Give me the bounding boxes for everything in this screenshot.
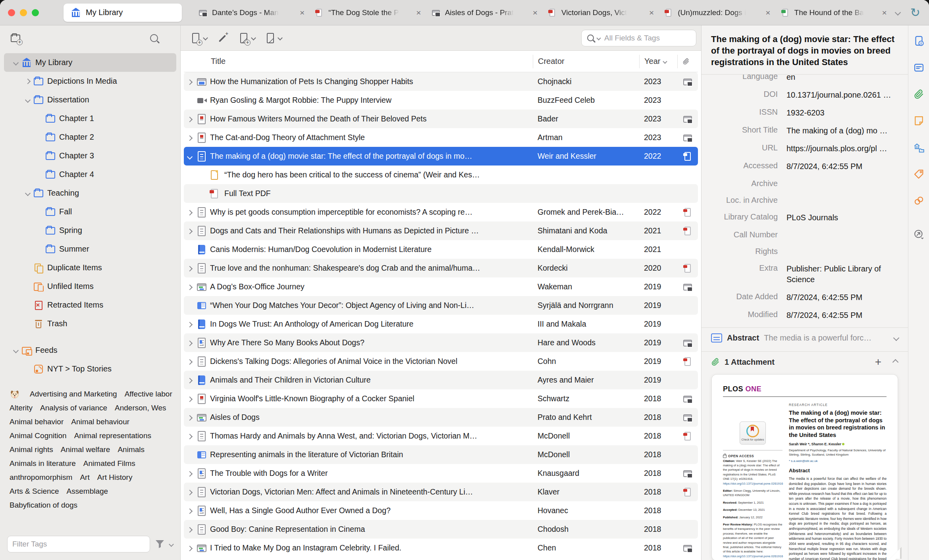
field-value[interactable]: https://journals.plos.org/pl … xyxy=(786,143,898,154)
expand-chevron-icon[interactable] xyxy=(13,347,19,353)
sidebar-item[interactable]: Dissertation xyxy=(4,90,176,109)
column-header-attachment[interactable] xyxy=(677,55,698,68)
attachments-icon[interactable] xyxy=(914,89,924,100)
expand-chevron-icon[interactable] xyxy=(188,487,192,496)
libraries-collections-icon[interactable] xyxy=(914,142,924,153)
expand-chevron-icon[interactable] xyxy=(188,394,192,403)
reader-tab[interactable]: (Un)muzzled: Dogs i × xyxy=(659,0,775,25)
sidebar-item[interactable]: My Library xyxy=(4,53,176,72)
table-row[interactable]: True love and the nonhuman: Shakespeare'… xyxy=(184,259,698,277)
table-row[interactable]: “When Your Dog Matches Your Decor”: Obje… xyxy=(184,296,698,315)
expand-chevron-icon[interactable] xyxy=(13,60,19,65)
column-header-title[interactable]: Title xyxy=(210,57,533,66)
close-tab-icon[interactable]: × xyxy=(882,8,887,17)
expand-chevron-icon[interactable] xyxy=(188,525,192,534)
table-row[interactable]: How Famous Writers Mourned the Death of … xyxy=(184,110,698,128)
table-row[interactable]: A Dog’s Box-Office Journey Wakeman 2019 xyxy=(184,277,698,296)
sidebar-item[interactable]: Chapter 1 xyxy=(4,109,176,128)
attachment-pdf-preview[interactable]: PLOS ONE Check for updates OPEN ACCESS C… xyxy=(712,375,898,560)
table-row[interactable]: Aisles of Dogs Prato and Kehrt 2018 xyxy=(184,408,698,427)
table-row[interactable]: Dickens's Talking Dogs: Allegories of An… xyxy=(184,352,698,371)
table-row[interactable]: Representing animals in the literature o… xyxy=(184,445,698,464)
field-value[interactable] xyxy=(786,230,898,240)
table-row[interactable]: Why is pet goods consumption imperceptib… xyxy=(184,203,698,221)
table-row[interactable]: The Cat-and-Dog Theory of Attachment Sty… xyxy=(184,128,698,147)
close-window-button[interactable] xyxy=(8,9,15,16)
sidebar-item[interactable]: Chapter 2 xyxy=(4,128,176,146)
close-tab-icon[interactable]: × xyxy=(765,8,770,17)
sidebar-item[interactable]: Chapter 3 xyxy=(4,146,176,165)
reader-tab[interactable]: Aisles of Dogs - Prat × xyxy=(426,0,542,25)
expand-chevron-icon[interactable] xyxy=(188,152,192,161)
expand-chevron-icon[interactable] xyxy=(188,264,192,273)
items-search-box[interactable] xyxy=(581,30,696,46)
tab-my-library[interactable]: My Library xyxy=(64,4,182,22)
collapse-chevron-icon[interactable] xyxy=(892,359,899,365)
tag-item[interactable]: Animals xyxy=(118,443,145,456)
table-row[interactable]: Canis Modernis: Human/Dog Coevolution in… xyxy=(184,240,698,259)
expand-chevron-icon[interactable] xyxy=(188,282,192,291)
sidebar-item[interactable]: Teaching xyxy=(4,184,176,202)
field-value[interactable] xyxy=(786,179,898,189)
tag-item[interactable]: Assemblage xyxy=(67,484,108,498)
expand-chevron-icon[interactable] xyxy=(25,97,31,102)
sidebar-item[interactable]: Feeds xyxy=(4,341,176,360)
locate-icon[interactable] xyxy=(914,229,924,240)
field-value[interactable]: The making of a (dog) mo … xyxy=(786,125,898,136)
tag-item[interactable]: anthropomorphism xyxy=(10,470,72,484)
close-tab-icon[interactable]: × xyxy=(533,8,538,17)
tag-item[interactable]: Arts & Science xyxy=(10,484,59,498)
field-value[interactable] xyxy=(786,196,898,205)
related-icon[interactable] xyxy=(914,195,924,206)
add-attachment-button[interactable] xyxy=(237,32,255,44)
tags-icon[interactable] xyxy=(914,169,924,179)
filter-tags-input[interactable] xyxy=(7,536,150,552)
expand-chevron-icon[interactable] xyxy=(188,543,192,552)
tag-item[interactable]: Animals in literature xyxy=(10,456,76,470)
tag-item[interactable]: Animal rights xyxy=(10,443,53,456)
table-row[interactable]: I Tried to Make My Dog an Instagram Cele… xyxy=(184,539,698,557)
tag-item[interactable]: Advertising and Marketing xyxy=(30,387,117,401)
reader-tab[interactable]: Dante’s Dogs - Man × xyxy=(193,0,309,25)
search-input[interactable] xyxy=(603,33,690,43)
tag-filter-chevron-icon[interactable] xyxy=(169,542,174,547)
tag-item[interactable]: Animated Films xyxy=(83,456,135,470)
expand-chevron-icon[interactable] xyxy=(188,77,192,86)
tag-item[interactable]: Analysis of variance xyxy=(40,401,107,415)
field-value[interactable]: 10.1371/journal.pone.0261 … xyxy=(786,90,898,100)
info-icon[interactable] xyxy=(914,36,924,46)
expand-chevron-icon[interactable] xyxy=(188,431,192,441)
sidebar-item[interactable]: NYT > Top Stories xyxy=(4,360,176,378)
field-value[interactable]: PLoS Journals xyxy=(786,212,898,223)
expand-chevron-icon[interactable] xyxy=(188,208,192,217)
table-row[interactable]: In Dogs We Trust: An Anthology of Americ… xyxy=(184,315,698,333)
table-row[interactable]: Dogs and Cats and Their Relationships wi… xyxy=(184,221,698,240)
reader-tab[interactable]: Victorian Dogs, Vict × xyxy=(542,0,659,25)
add-by-identifier-icon[interactable] xyxy=(216,32,229,44)
reader-tab[interactable]: “The Dog Stole the P × xyxy=(309,0,426,25)
table-row[interactable]: Animals and Their Children in Victorian … xyxy=(184,371,698,389)
reader-tab[interactable]: The Hound of the Ba × xyxy=(775,0,892,25)
table-row[interactable]: Thomas Hardy and Animals by Anna West, a… xyxy=(184,427,698,445)
tag-item[interactable]: Babyfication of dogs xyxy=(10,498,77,512)
expand-chevron-icon[interactable] xyxy=(188,338,192,347)
tag-filter-funnel-icon[interactable] xyxy=(156,540,164,548)
expand-chevron-icon[interactable] xyxy=(25,190,31,196)
field-value[interactable]: 8/7/2024, 6:42:55 PM xyxy=(786,310,898,321)
table-row[interactable]: Good Boy: Canine Representation in Cinem… xyxy=(184,520,698,539)
sidebar-item[interactable]: Trash xyxy=(4,314,176,333)
tag-item[interactable]: Animal Cognition xyxy=(10,429,67,443)
zoom-window-button[interactable] xyxy=(32,9,39,16)
table-row[interactable]: Why Are There So Many Books About Dogs? … xyxy=(184,333,698,352)
sidebar-item[interactable]: Fall xyxy=(4,202,176,221)
column-header-creator[interactable]: Creator xyxy=(533,55,639,68)
attachments-section-header[interactable]: 1 Attachment + xyxy=(702,352,908,372)
expand-chevron-icon[interactable] xyxy=(188,114,192,123)
close-tab-icon[interactable]: × xyxy=(300,8,305,17)
sync-icon[interactable]: ↻ xyxy=(910,7,920,19)
collection-search-icon[interactable] xyxy=(150,34,158,42)
tag-item[interactable]: Animal representations xyxy=(74,429,151,443)
sidebar-item[interactable]: Chapter 4 xyxy=(4,165,176,184)
column-header-year[interactable]: Year xyxy=(639,55,677,68)
sidebar-item[interactable]: Retracted Items xyxy=(4,296,176,314)
